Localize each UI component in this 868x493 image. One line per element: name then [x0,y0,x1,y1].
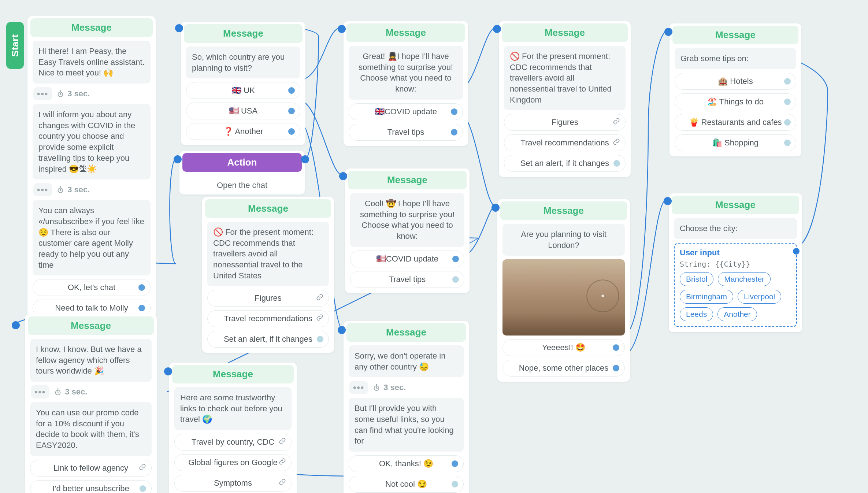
tag-bristol[interactable]: Bristol [680,272,713,286]
port-out [301,155,309,163]
option-alert[interactable]: Set an alert, if it changes [504,155,626,172]
bubble: Here are some trustworthy links to check… [174,387,292,430]
card-title: Message [205,199,331,218]
node-london[interactable]: Message Are you planning to visit London… [497,199,630,382]
tag-another[interactable]: Another [717,307,757,321]
connector-dot [613,160,620,167]
connector-dot [140,485,146,492]
link-icon [316,314,323,323]
connector-dot [452,460,458,467]
option-usa[interactable]: 🇺🇸 USA [186,103,300,119]
option-alert[interactable]: Set an alert, if it changes [207,331,329,348]
node-action-open-chat[interactable]: Action Open the chat [179,151,305,194]
port-in [175,24,183,32]
connector-dot [613,365,619,371]
option-fellow-link[interactable]: Link to fellow agency [30,460,152,477]
port-in [174,155,182,163]
option-usa-tips[interactable]: Travel tips [350,271,464,288]
bubble: You can use our promo code for a 10% dis… [30,402,152,456]
tag-birmingham[interactable]: Birmingham [680,290,733,304]
link-icon [613,118,620,127]
start-tab[interactable]: Start [6,22,24,69]
node-intro[interactable]: Message Hi there! I am Peasy, the Easy T… [27,16,156,322]
link-icon [613,138,620,148]
connector-dot [288,87,295,94]
option-google-figures[interactable]: Global figures on Google [174,454,292,471]
option-usa-covid[interactable]: 🇺🇸COVID update [350,251,464,267]
option-another[interactable]: ❓ Another [186,123,300,140]
connector-dot [317,336,323,342]
node-city-input[interactable]: Message Choose the city: User input Stri… [669,193,802,332]
port-in [338,326,346,334]
connector-dot [138,305,145,311]
node-tips[interactable]: Message Grab some tips on: 🏨 Hotels 🏖️ T… [669,23,801,156]
connector-dot [288,108,295,114]
option-figures[interactable]: Figures [207,290,329,307]
connector-dot [784,119,791,126]
node-trust-links[interactable]: Message Here are some trustworthy links … [169,363,297,493]
node-cdc-usa[interactable]: Message 🚫 For the present moment: CDC re… [202,197,334,353]
option-figures[interactable]: Figures [504,114,626,131]
link-icon [279,437,286,447]
port-in [164,367,172,375]
user-input-string: String: {{City}} [680,260,791,268]
option-things[interactable]: 🏖️ Things to do [675,93,796,110]
bubble: Grab some tips on: [675,48,796,69]
option-symptoms[interactable]: Symptoms [174,475,292,492]
card-title: Message [502,23,628,42]
option-unsubscribe[interactable]: I'd better unsubscribe [30,480,152,493]
tag-leeds[interactable]: Leeds [680,307,713,321]
card-title: Message [184,24,303,43]
dots-icon: ••• [31,385,49,399]
bubble: Cool! 🤠 I hope I'll have something to su… [350,193,464,247]
stopwatch-icon [372,383,381,392]
option-uk[interactable]: 🇬🇧 UK [186,82,300,99]
option-recs[interactable]: Travel recommendations [504,134,626,151]
option-shopping[interactable]: 🛍️ Shopping [675,134,796,151]
card-title: Message [30,18,153,37]
node-other-country[interactable]: Message Sorry, we don't operate in any o… [344,321,469,493]
option-recs[interactable]: Travel recommendations [207,310,329,327]
node-cdc-uk[interactable]: Message 🚫 For the present moment: CDC re… [499,21,631,177]
bubble: Hi there! I am Peasy, the Easy Travels o… [33,41,151,84]
pause: ••• 3 sec. [33,87,151,100]
bubble: But I'll provide you with some useful li… [349,398,464,452]
node-fellow-agency[interactable]: Message I know, I know. But we have a fe… [25,314,157,493]
option-ok-thanks[interactable]: OK, thanks! 😉 [349,455,464,472]
option-nope[interactable]: Nope, some other places [502,360,625,377]
option-restaurants[interactable]: 🍟 Restaurants and cafes [675,114,796,131]
bubble: Choose the city: [674,218,797,239]
node-country-pick[interactable]: Message So, which country are you planni… [181,22,305,145]
card-title: Message [348,171,467,189]
card-title: Message [672,26,798,44]
tag-liverpool[interactable]: Liverpool [738,290,781,304]
card-title: Message [346,23,465,42]
node-usa-choose[interactable]: Message Cool! 🤠 I hope I'll have somethi… [345,168,470,293]
connector-dot [784,140,791,146]
port-in [492,204,500,212]
image-london [502,259,625,336]
option-not-cool[interactable]: Not cool 😏 [349,476,464,493]
tag-manchester[interactable]: Manchester [718,272,771,286]
option-yes[interactable]: Yeeees!! 🤩 [502,339,625,356]
option-uk-covid[interactable]: 🇬🇧COVID update [349,103,463,120]
link-icon [279,478,286,488]
user-input-block[interactable]: User input String: {{City}} Bristol Manc… [674,243,797,327]
card-title: Message [672,196,799,214]
option-ok-chat[interactable]: OK, let's chat [33,279,151,296]
connector-dot [452,256,459,262]
connector-dot [613,344,619,351]
dots-icon: ••• [349,381,368,394]
card-title: Message [500,201,627,220]
option-hotels[interactable]: 🏨 Hotels [675,73,796,90]
card-title: Message [28,316,154,335]
option-uk-tips[interactable]: Travel tips [349,124,463,141]
card-title: Message [346,323,466,342]
card-title: Action [182,153,302,172]
link-icon [316,293,323,303]
stopwatch-icon [56,90,64,98]
stopwatch-icon [56,186,64,194]
bubble: Sorry, we don't operate in any other cou… [349,345,464,377]
node-uk-choose[interactable]: Message Great! 💂I hope I'll have somethi… [344,21,468,146]
option-cdc-country[interactable]: Travel by country, CDC [174,434,292,451]
